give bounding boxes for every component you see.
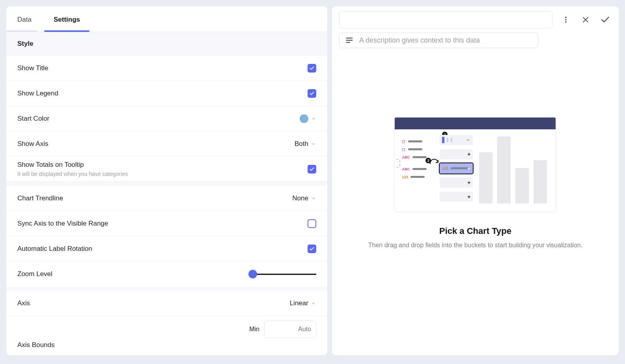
show-title-label: Show Title [17,63,48,73]
row-axis: Axis Linear [6,291,327,316]
start-color-label: Start Color [17,114,49,123]
row-zoom-level: Zoom Level [6,261,327,287]
row-chart-trendline: Chart Trendline None [6,186,327,211]
empty-state-subtitle: Then drag and drop fields into the bucke… [368,242,582,249]
chart-trendline-dropdown[interactable]: None [292,194,316,202]
toolbar [339,11,612,28]
slider-thumb[interactable] [248,270,257,278]
show-legend-checkbox[interactable] [308,89,316,98]
svg-point-0 [565,17,566,18]
show-totals-label: Show Totals on Tooltip It will be displa… [17,160,128,178]
empty-state: ▢ ▢ ABC 2 ABC 123 1 [339,54,612,351]
preview-panel: A description gives context to this data… [332,6,619,355]
chart-trendline-label: Chart Trendline [17,194,63,203]
section-gap [6,287,327,291]
row-show-legend: Show Legend [6,81,327,106]
svg-point-2 [565,22,566,22]
axis-bounds-label: Axis Bounds [6,341,327,355]
empty-state-title: Pick a Chart Type [439,226,511,236]
show-title-checkbox[interactable] [308,64,316,73]
axis-min-input[interactable] [264,321,316,338]
row-show-title: Show Title [6,56,327,81]
axis-label: Axis [17,299,30,308]
svg-point-1 [565,19,566,20]
auto-label-rotation-label: Automatic Label Rotation [17,244,92,254]
description-placeholder: A description gives context to this data [359,36,480,45]
chart-trendline-value: None [292,194,308,202]
slider-track [248,274,316,275]
row-start-color: Start Color [6,106,327,131]
auto-label-rotation-checkbox[interactable] [308,245,316,253]
row-show-axis: Show Axis Both [6,131,327,157]
show-totals-sub: It will be displayed when you have categ… [17,170,128,178]
description-input[interactable]: A description gives context to this data [339,32,538,48]
chevron-down-icon [311,196,316,201]
show-axis-value: Both [295,140,308,148]
chevron-down-icon [311,116,316,121]
axis-min-label: Min [249,326,259,333]
axis-dropdown[interactable]: Linear [290,299,316,307]
section-style-header: Style [6,32,327,56]
section-gap [6,182,327,186]
more-button[interactable] [560,13,572,26]
row-axis-min: Min [6,316,327,341]
zoom-level-label: Zoom Level [17,269,52,279]
title-input[interactable] [339,11,552,28]
description-icon [345,36,354,45]
settings-panel: Data Settings Style Show Title Show Lege… [6,6,327,355]
axis-value: Linear [290,299,308,307]
row-show-totals: Show Totals on Tooltip It will be displa… [6,157,327,182]
chevron-down-icon [311,301,316,306]
tabs: Data Settings [6,6,327,32]
show-totals-checkbox[interactable] [308,165,316,174]
sync-axis-checkbox[interactable] [308,219,316,228]
zoom-level-slider[interactable] [248,269,316,279]
show-axis-dropdown[interactable]: Both [295,140,316,148]
tab-data[interactable]: Data [16,6,44,32]
show-legend-label: Show Legend [17,89,58,98]
start-color-picker[interactable] [300,114,316,123]
row-auto-label-rotation: Automatic Label Rotation [6,236,327,261]
row-sync-axis: Sync Axis to the Visible Range [6,211,327,236]
chevron-down-icon [311,141,316,147]
show-axis-label: Show Axis [17,139,48,149]
sync-axis-label: Sync Axis to the Visible Range [17,219,108,228]
confirm-button[interactable] [599,13,612,26]
close-button[interactable] [579,13,592,26]
illustration: ▢ ▢ ABC 2 ABC 123 1 [394,117,556,212]
tab-settings[interactable]: Settings [44,6,90,32]
color-swatch [300,114,308,123]
